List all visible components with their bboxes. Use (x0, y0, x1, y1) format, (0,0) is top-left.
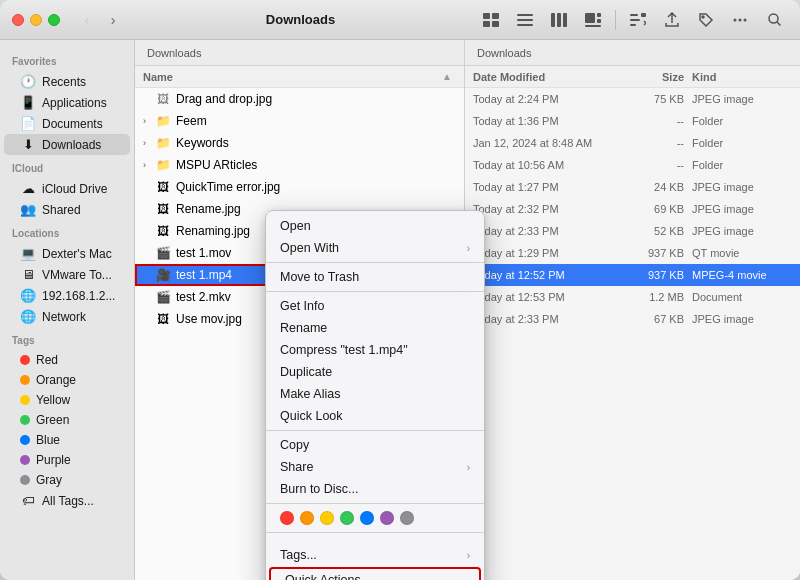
sidebar-item-recents[interactable]: 🕐 Recents (4, 71, 130, 92)
sidebar-item-dexters-mac[interactable]: 💻 Dexter's Mac (4, 243, 130, 264)
more-icon[interactable] (726, 6, 754, 34)
file-row[interactable]: 🖼 QuickTime error.jpg (135, 176, 464, 198)
color-tag-gray[interactable] (400, 511, 414, 525)
share-icon[interactable] (658, 6, 686, 34)
sidebar-item-icloud-drive[interactable]: ☁ iCloud Drive (4, 178, 130, 199)
svg-rect-5 (517, 19, 533, 21)
file-row[interactable]: › 📁 Feem (135, 110, 464, 132)
sidebar-item-ip-address[interactable]: 🌐 192.168.1.2... (4, 285, 130, 306)
ctx-separator (266, 430, 484, 431)
sidebar-item-applications[interactable]: 📱 Applications (4, 92, 130, 113)
ctx-move-to-trash[interactable]: Move to Trash (266, 266, 484, 288)
view-grid-icon[interactable] (477, 6, 505, 34)
detail-row-selected[interactable]: Today at 12:52 PM 937 KB MPEG-4 movie (465, 264, 800, 286)
file-row[interactable]: 🖼 Drag and drop.jpg (135, 88, 464, 110)
file-kind: Folder (692, 159, 792, 171)
ctx-share[interactable]: Share › (266, 456, 484, 478)
detail-row[interactable]: Today at 2:32 PM 69 KB JPEG image (465, 198, 800, 220)
back-button[interactable]: ‹ (76, 9, 98, 31)
expander: › (143, 138, 155, 148)
ctx-quick-actions-label: Tags... (280, 548, 461, 562)
ctx-compress[interactable]: Compress "test 1.mp4" (266, 339, 484, 361)
sidebar-item-tag-gray[interactable]: Gray (4, 470, 130, 490)
search-icon[interactable] (760, 6, 788, 34)
detail-row[interactable]: Today at 1:36 PM -- Folder (465, 110, 800, 132)
toolbar-divider (615, 10, 616, 30)
yellow-tag-dot (20, 395, 30, 405)
ctx-duplicate[interactable]: Duplicate (266, 361, 484, 383)
ctx-trash-label: Move to Trash (280, 270, 470, 284)
sidebar-item-downloads[interactable]: ⬇ Downloads (4, 134, 130, 155)
ctx-open-with[interactable]: Open With › (266, 237, 484, 259)
color-tag-green[interactable] (340, 511, 354, 525)
view-gallery-icon[interactable] (579, 6, 607, 34)
file-date: Today at 2:24 PM (473, 93, 622, 105)
ctx-rename-label: Rename (280, 321, 470, 335)
maximize-button[interactable] (48, 14, 60, 26)
sidebar-item-tag-orange[interactable]: Orange (4, 370, 130, 390)
detail-row[interactable]: Today at 10:56 AM -- Folder (465, 154, 800, 176)
downloads-icon: ⬇ (20, 137, 36, 152)
group-icon[interactable] (624, 6, 652, 34)
ctx-separator (266, 503, 484, 504)
ctx-tags[interactable] (266, 536, 484, 544)
sidebar-item-network[interactable]: 🌐 Network (4, 306, 130, 327)
file-name: Feem (176, 114, 456, 128)
close-button[interactable] (12, 14, 24, 26)
view-list-icon[interactable] (511, 6, 539, 34)
sidebar-item-tag-yellow[interactable]: Yellow (4, 390, 130, 410)
detail-row[interactable]: Today at 2:33 PM 67 KB JPEG image (465, 308, 800, 330)
detail-row[interactable]: Today at 1:27 PM 24 KB JPEG image (465, 176, 800, 198)
color-tag-orange[interactable] (300, 511, 314, 525)
ctx-burn[interactable]: Burn to Disc... (266, 478, 484, 500)
sidebar-item-vmware[interactable]: 🖥 VMware To... (4, 264, 130, 285)
view-columns-icon[interactable] (545, 6, 573, 34)
file-row[interactable]: › 📁 MSPU ARticles (135, 154, 464, 176)
ctx-quick-look[interactable]: Quick Look (266, 405, 484, 427)
file-date: Today at 2:32 PM (473, 203, 622, 215)
file-row[interactable]: › 📁 Keywords (135, 132, 464, 154)
svg-rect-14 (630, 14, 638, 16)
sidebar-item-tag-purple[interactable]: Purple (4, 450, 130, 470)
svg-rect-2 (483, 21, 490, 27)
color-tag-blue[interactable] (360, 511, 374, 525)
ctx-rename[interactable]: Rename (266, 317, 484, 339)
forward-button[interactable]: › (102, 9, 124, 31)
sidebar-item-tag-blue[interactable]: Blue (4, 430, 130, 450)
sidebar-item-tag-green[interactable]: Green (4, 410, 130, 430)
detail-row[interactable]: Today at 2:24 PM 75 KB JPEG image (465, 88, 800, 110)
detail-row[interactable]: Jan 12, 2024 at 8:48 AM -- Folder (465, 132, 800, 154)
toolbar-icons (477, 6, 788, 34)
file-kind: JPEG image (692, 225, 792, 237)
ctx-separator (266, 262, 484, 263)
sidebar-item-label: Recents (42, 75, 86, 89)
detail-row[interactable]: Today at 12:53 PM 1.2 MB Document (465, 286, 800, 308)
ctx-copy[interactable]: Copy (266, 434, 484, 456)
file-date: Today at 10:56 AM (473, 159, 622, 171)
color-tag-red[interactable] (280, 511, 294, 525)
detail-row[interactable]: Today at 2:33 PM 52 KB JPEG image (465, 220, 800, 242)
detail-row[interactable]: Today at 1:29 PM 937 KB QT movie (465, 242, 800, 264)
tag-icon[interactable] (692, 6, 720, 34)
sidebar-item-label: Network (42, 310, 86, 324)
svg-point-20 (739, 18, 742, 21)
ctx-quick-actions[interactable]: Tags... › (266, 544, 484, 566)
sidebar-item-all-tags[interactable]: 🏷 All Tags... (4, 490, 130, 511)
color-tag-yellow[interactable] (320, 511, 334, 525)
file-kind: JPEG image (692, 203, 792, 215)
file-date: Today at 2:33 PM (473, 225, 622, 237)
color-tag-purple[interactable] (380, 511, 394, 525)
ctx-open[interactable]: Open (266, 215, 484, 237)
svg-rect-12 (597, 19, 601, 23)
ctx-encode-video[interactable]: Quick Actions (269, 567, 481, 580)
downloads-column-header: Downloads (135, 40, 464, 66)
traffic-lights (12, 14, 60, 26)
minimize-button[interactable] (30, 14, 42, 26)
ctx-make-alias[interactable]: Make Alias (266, 383, 484, 405)
sidebar-item-tag-red[interactable]: Red (4, 350, 130, 370)
ctx-get-info[interactable]: Get Info (266, 295, 484, 317)
ip-icon: 🌐 (20, 288, 36, 303)
sidebar-item-documents[interactable]: 📄 Documents (4, 113, 130, 134)
sidebar-item-shared[interactable]: 👥 Shared (4, 199, 130, 220)
color-tags-row (266, 507, 484, 529)
